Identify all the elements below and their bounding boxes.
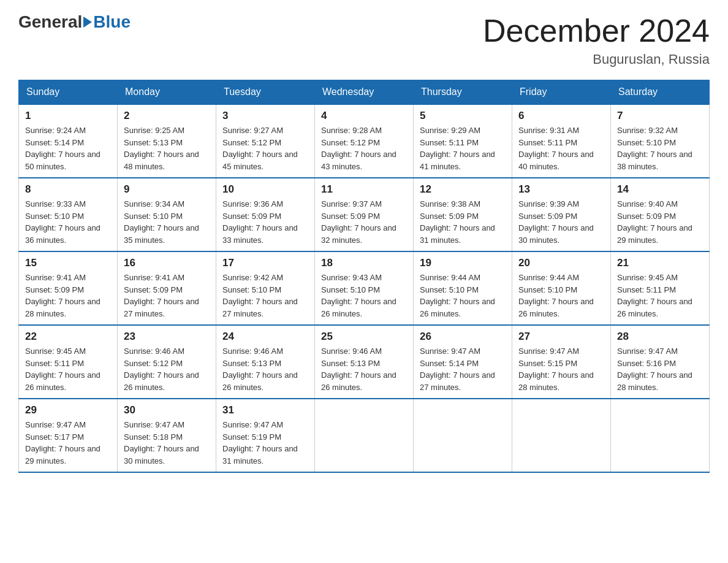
day-info: Sunrise: 9:36 AM Sunset: 5:09 PM Dayligh…: [222, 198, 308, 246]
day-number: 6: [518, 110, 604, 122]
table-row: 18 Sunrise: 9:43 AM Sunset: 5:10 PM Dayl…: [315, 251, 414, 325]
col-header-saturday: Saturday: [611, 80, 710, 105]
day-number: 24: [222, 331, 308, 343]
table-row: 15 Sunrise: 9:41 AM Sunset: 5:09 PM Dayl…: [19, 251, 118, 325]
day-info: Sunrise: 9:31 AM Sunset: 5:11 PM Dayligh…: [518, 124, 604, 172]
logo-blue-text: Blue: [93, 12, 131, 32]
day-number: 18: [321, 257, 407, 269]
day-info: Sunrise: 9:33 AM Sunset: 5:10 PM Dayligh…: [25, 198, 111, 246]
calendar-week-3: 15 Sunrise: 9:41 AM Sunset: 5:09 PM Dayl…: [19, 251, 710, 325]
day-info: Sunrise: 9:47 AM Sunset: 5:18 PM Dayligh…: [124, 419, 210, 467]
col-header-friday: Friday: [512, 80, 611, 105]
day-number: 28: [617, 331, 703, 343]
day-number: 23: [124, 331, 210, 343]
day-info: Sunrise: 9:27 AM Sunset: 5:12 PM Dayligh…: [222, 124, 308, 172]
table-row: 14 Sunrise: 9:40 AM Sunset: 5:09 PM Dayl…: [611, 178, 710, 251]
col-header-wednesday: Wednesday: [315, 80, 414, 105]
table-row: 26 Sunrise: 9:47 AM Sunset: 5:14 PM Dayl…: [414, 325, 512, 399]
day-info: Sunrise: 9:43 AM Sunset: 5:10 PM Dayligh…: [321, 272, 407, 320]
day-info: Sunrise: 9:47 AM Sunset: 5:16 PM Dayligh…: [617, 345, 703, 393]
day-info: Sunrise: 9:24 AM Sunset: 5:14 PM Dayligh…: [25, 124, 111, 172]
calendar-week-1: 1 Sunrise: 9:24 AM Sunset: 5:14 PM Dayli…: [19, 104, 710, 178]
table-row: 30 Sunrise: 9:47 AM Sunset: 5:18 PM Dayl…: [118, 399, 216, 472]
logo-arrow-icon: [83, 17, 92, 28]
day-number: 29: [25, 404, 111, 416]
day-info: Sunrise: 9:44 AM Sunset: 5:10 PM Dayligh…: [518, 272, 604, 320]
day-number: 26: [420, 331, 506, 343]
table-row: 17 Sunrise: 9:42 AM Sunset: 5:10 PM Dayl…: [216, 251, 315, 325]
day-number: 25: [321, 331, 407, 343]
day-number: 20: [518, 257, 604, 269]
day-info: Sunrise: 9:47 AM Sunset: 5:14 PM Dayligh…: [420, 345, 506, 393]
col-header-monday: Monday: [118, 80, 216, 105]
calendar-header-row: Sunday Monday Tuesday Wednesday Thursday…: [19, 80, 710, 105]
day-number: 16: [124, 257, 210, 269]
table-row: 21 Sunrise: 9:45 AM Sunset: 5:11 PM Dayl…: [611, 251, 710, 325]
day-number: 9: [124, 183, 210, 196]
day-info: Sunrise: 9:25 AM Sunset: 5:13 PM Dayligh…: [124, 124, 210, 172]
day-info: Sunrise: 9:41 AM Sunset: 5:09 PM Dayligh…: [25, 272, 111, 320]
day-info: Sunrise: 9:44 AM Sunset: 5:10 PM Dayligh…: [420, 272, 506, 320]
day-info: Sunrise: 9:32 AM Sunset: 5:10 PM Dayligh…: [617, 124, 703, 172]
table-row: 7 Sunrise: 9:32 AM Sunset: 5:10 PM Dayli…: [611, 104, 710, 178]
calendar-week-2: 8 Sunrise: 9:33 AM Sunset: 5:10 PM Dayli…: [19, 178, 710, 251]
day-info: Sunrise: 9:29 AM Sunset: 5:11 PM Dayligh…: [420, 124, 506, 172]
table-row: [315, 399, 414, 472]
table-row: 19 Sunrise: 9:44 AM Sunset: 5:10 PM Dayl…: [414, 251, 512, 325]
day-info: Sunrise: 9:40 AM Sunset: 5:09 PM Dayligh…: [617, 198, 703, 246]
table-row: 12 Sunrise: 9:38 AM Sunset: 5:09 PM Dayl…: [414, 178, 512, 251]
table-row: 20 Sunrise: 9:44 AM Sunset: 5:10 PM Dayl…: [512, 251, 611, 325]
table-row: 8 Sunrise: 9:33 AM Sunset: 5:10 PM Dayli…: [19, 178, 118, 251]
month-title: December 2024: [483, 12, 710, 49]
day-number: 15: [25, 257, 111, 269]
table-row: 13 Sunrise: 9:39 AM Sunset: 5:09 PM Dayl…: [512, 178, 611, 251]
day-info: Sunrise: 9:34 AM Sunset: 5:10 PM Dayligh…: [124, 198, 210, 246]
day-info: Sunrise: 9:46 AM Sunset: 5:13 PM Dayligh…: [321, 345, 407, 393]
table-row: 23 Sunrise: 9:46 AM Sunset: 5:12 PM Dayl…: [118, 325, 216, 399]
table-row: [611, 399, 710, 472]
day-number: 4: [321, 110, 407, 122]
table-row: 27 Sunrise: 9:47 AM Sunset: 5:15 PM Dayl…: [512, 325, 611, 399]
day-number: 27: [518, 331, 604, 343]
day-number: 22: [25, 331, 111, 343]
day-number: 3: [222, 110, 308, 122]
day-number: 1: [25, 110, 111, 122]
table-row: 24 Sunrise: 9:46 AM Sunset: 5:13 PM Dayl…: [216, 325, 315, 399]
col-header-tuesday: Tuesday: [216, 80, 315, 105]
day-number: 14: [617, 183, 703, 196]
table-row: 16 Sunrise: 9:41 AM Sunset: 5:09 PM Dayl…: [118, 251, 216, 325]
calendar-week-4: 22 Sunrise: 9:45 AM Sunset: 5:11 PM Dayl…: [19, 325, 710, 399]
day-number: 8: [25, 183, 111, 196]
day-info: Sunrise: 9:47 AM Sunset: 5:17 PM Dayligh…: [25, 419, 111, 467]
calendar-table: Sunday Monday Tuesday Wednesday Thursday…: [18, 80, 710, 473]
table-row: 31 Sunrise: 9:47 AM Sunset: 5:19 PM Dayl…: [216, 399, 315, 472]
table-row: 2 Sunrise: 9:25 AM Sunset: 5:13 PM Dayli…: [118, 104, 216, 178]
day-info: Sunrise: 9:37 AM Sunset: 5:09 PM Dayligh…: [321, 198, 407, 246]
table-row: 11 Sunrise: 9:37 AM Sunset: 5:09 PM Dayl…: [315, 178, 414, 251]
day-number: 7: [617, 110, 703, 122]
day-number: 11: [321, 183, 407, 196]
table-row: 4 Sunrise: 9:28 AM Sunset: 5:12 PM Dayli…: [315, 104, 414, 178]
table-row: 29 Sunrise: 9:47 AM Sunset: 5:17 PM Dayl…: [19, 399, 118, 472]
table-row: 10 Sunrise: 9:36 AM Sunset: 5:09 PM Dayl…: [216, 178, 315, 251]
col-header-sunday: Sunday: [19, 80, 118, 105]
day-number: 5: [420, 110, 506, 122]
day-info: Sunrise: 9:45 AM Sunset: 5:11 PM Dayligh…: [617, 272, 703, 320]
logo: General Blue: [18, 12, 131, 32]
location-text: Buguruslan, Russia: [483, 52, 710, 67]
day-info: Sunrise: 9:47 AM Sunset: 5:19 PM Dayligh…: [222, 419, 308, 467]
day-number: 2: [124, 110, 210, 122]
day-info: Sunrise: 9:46 AM Sunset: 5:12 PM Dayligh…: [124, 345, 210, 393]
day-number: 17: [222, 257, 308, 269]
table-row: 28 Sunrise: 9:47 AM Sunset: 5:16 PM Dayl…: [611, 325, 710, 399]
day-info: Sunrise: 9:42 AM Sunset: 5:10 PM Dayligh…: [222, 272, 308, 320]
day-info: Sunrise: 9:46 AM Sunset: 5:13 PM Dayligh…: [222, 345, 308, 393]
table-row: 3 Sunrise: 9:27 AM Sunset: 5:12 PM Dayli…: [216, 104, 315, 178]
day-info: Sunrise: 9:39 AM Sunset: 5:09 PM Dayligh…: [518, 198, 604, 246]
title-section: December 2024 Buguruslan, Russia: [483, 12, 710, 67]
day-number: 30: [124, 404, 210, 416]
day-number: 10: [222, 183, 308, 196]
page-header: General Blue December 2024 Buguruslan, R…: [18, 12, 710, 67]
col-header-thursday: Thursday: [414, 80, 512, 105]
day-number: 12: [420, 183, 506, 196]
